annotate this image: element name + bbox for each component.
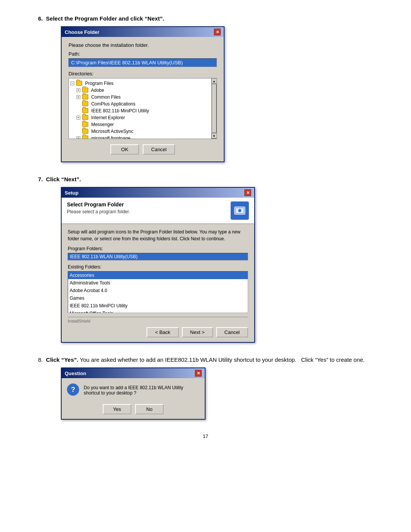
tree-item-adobe[interactable]: + Adobe	[70, 87, 215, 94]
step-8-label: 8. Click “Yes”. You are asked whether to…	[38, 356, 373, 363]
step-7-label: 7. Click “Next”.	[38, 176, 373, 182]
expand-icon[interactable]: +	[76, 136, 80, 139]
setup-header-subtitle: Please select a program folder.	[67, 209, 231, 214]
installshield-bar: InstallShield	[68, 317, 248, 323]
question-close-button[interactable]: ✕	[195, 370, 202, 377]
scroll-thumb[interactable]	[212, 84, 217, 133]
tree-item-messenger[interactable]: Messenger	[70, 121, 215, 128]
expand-icon[interactable]: +	[76, 88, 80, 92]
tree-item-activesync[interactable]: Microsoft ActiveSync	[70, 128, 215, 135]
next-button[interactable]: Next >	[182, 327, 213, 337]
back-button[interactable]: < Back	[147, 327, 178, 337]
cancel-button[interactable]: Cancel	[143, 144, 175, 155]
path-input[interactable]: C:\Program Files\IEEE 802.11b WLAN Utili…	[68, 58, 217, 67]
directories-label: Directories:	[68, 71, 217, 77]
folder-item-adobe[interactable]: Adobe Acrobat 4.0	[68, 287, 248, 294]
setup-header-text: Select Program Folder Please select a pr…	[67, 201, 231, 214]
scroll-up[interactable]: ▲	[212, 78, 217, 84]
scroll-down[interactable]: ▼	[212, 133, 217, 139]
setup-header-title: Select Program Folder	[67, 201, 231, 208]
question-buttons: Yes No	[62, 401, 205, 419]
question-title: Question	[65, 371, 86, 376]
folder-item-ms-office[interactable]: Microsoft Office Tools	[68, 310, 248, 313]
scrollbar[interactable]: ▲ ▼	[211, 78, 217, 139]
ok-button[interactable]: OK	[110, 144, 139, 155]
step-7: 7. Click “Next”. Setup ✕ Select Program …	[38, 176, 373, 343]
choose-folder-prompt: Please choose the installation folder.	[68, 42, 217, 48]
setup-dialog: Setup ✕ Select Program Folder Please sel…	[61, 187, 255, 343]
folder-icon	[82, 94, 88, 99]
question-titlebar: Question ✕	[62, 368, 205, 378]
folder-item-admin-tools[interactable]: Administrative Tools	[68, 279, 248, 287]
question-dialog: Question ✕ ? Do you want to add a IEEE 8…	[61, 367, 206, 420]
tree-item-program-files[interactable]: − Program Files	[70, 80, 215, 87]
folder-icon	[76, 81, 82, 86]
setup-footer-buttons: < Back Next > Cancel	[68, 327, 248, 337]
setup-titlebar: Setup ✕	[62, 188, 254, 198]
question-text: Do you want to add a IEEE 802.11b WLAN U…	[84, 383, 199, 396]
expand-icon[interactable]: +	[76, 95, 80, 99]
choose-folder-buttons: OK Cancel	[68, 144, 217, 155]
tree-item-ieee-minipci[interactable]: IEEE 802.11b MiniPCI Utility	[70, 107, 215, 114]
dir-tree-list: − Program Files + Adobe + Common Files	[70, 80, 215, 139]
collapse-icon[interactable]: −	[70, 81, 74, 85]
choose-folder-path-label: Path:	[68, 51, 217, 57]
yes-button[interactable]: Yes	[103, 404, 131, 414]
setup-header: Select Program Folder Please select a pr…	[62, 198, 254, 224]
step-6: 6. Select the Program Folder and click “…	[38, 15, 373, 162]
directory-tree: − Program Files + Adobe + Common Files	[68, 78, 217, 139]
program-folder-input[interactable]: IEEE 802.11b WLAN Utility(USB)	[68, 253, 248, 260]
setup-close-button[interactable]: ✕	[244, 189, 251, 196]
folder-item-accessories[interactable]: Accessories	[68, 272, 248, 279]
folder-icon	[82, 115, 88, 120]
folder-icon	[82, 136, 88, 139]
folders-list[interactable]: Accessories Administrative Tools Adobe A…	[68, 271, 248, 313]
page-number: 17	[38, 433, 373, 439]
folder-icon	[82, 108, 88, 113]
folder-icon	[82, 88, 88, 93]
question-body: ? Do you want to add a IEEE 802.11b WLAN…	[62, 378, 205, 401]
step-8: 8. Click “Yes”. You are asked whether to…	[38, 356, 373, 420]
tree-item-frontpage[interactable]: + microsoft frontpage	[70, 135, 215, 139]
choose-folder-dialog: Choose Folder ✕ Please choose the instal…	[61, 26, 225, 162]
setup-icon	[231, 201, 249, 220]
tree-item-ie[interactable]: + Internet Explorer	[70, 114, 215, 121]
choose-folder-titlebar: Choose Folder ✕	[62, 27, 224, 37]
expand-icon[interactable]: +	[76, 116, 80, 120]
step-6-label: 6. Select the Program Folder and click “…	[38, 15, 373, 22]
program-folders-label: Program Folders:	[68, 246, 248, 251]
folder-icon	[82, 101, 88, 106]
cancel-button[interactable]: Cancel	[216, 327, 248, 337]
choose-folder-body: Please choose the installation folder. P…	[62, 37, 224, 161]
choose-folder-title: Choose Folder	[65, 29, 99, 35]
folder-icon	[82, 122, 88, 127]
setup-body: Setup will add program icons to the Prog…	[62, 224, 254, 342]
no-button[interactable]: No	[135, 404, 164, 414]
svg-point-2	[238, 209, 241, 212]
tree-item-common-files[interactable]: + Common Files	[70, 94, 215, 101]
existing-folders-label: Existing Folders:	[68, 264, 248, 270]
choose-folder-close-button[interactable]: ✕	[214, 29, 221, 35]
folder-item-ieee-minipci[interactable]: IEEE 802.11b MiniPCI Utility	[68, 302, 248, 310]
question-icon: ?	[67, 383, 79, 396]
folder-item-games[interactable]: Games	[68, 294, 248, 302]
folder-icon	[82, 129, 88, 134]
setup-desc: Setup will add program icons to the Prog…	[68, 228, 248, 242]
setup-title: Setup	[65, 190, 78, 196]
tree-item-complus[interactable]: ComPlus Applications	[70, 101, 215, 107]
